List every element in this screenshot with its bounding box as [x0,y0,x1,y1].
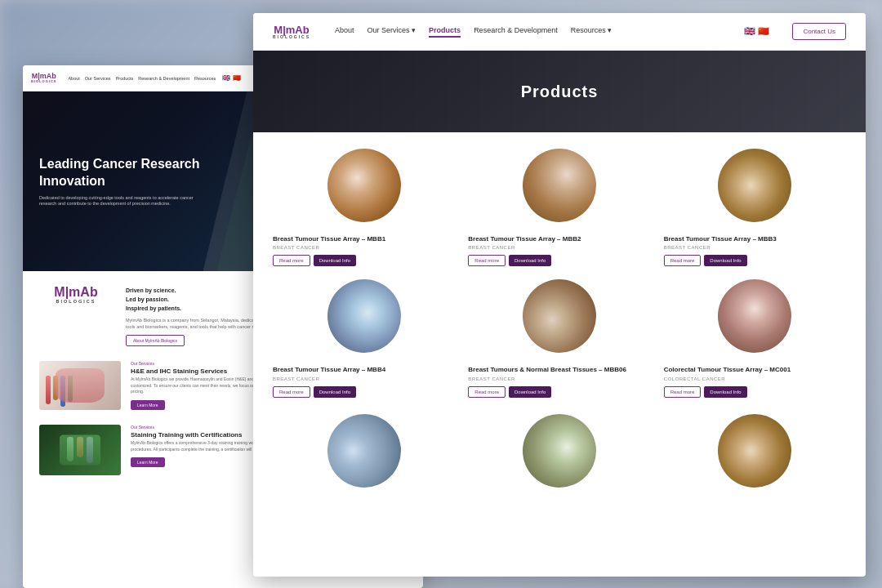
download-info-button-4[interactable]: Download Info [314,386,356,398]
product-category-3: BREAST CANCER [664,245,710,250]
products-grid: Breast Tumour Tissue Array – MBB1 BREAST… [253,132,866,414]
product-name-4: Breast Tumour Tissue Array – MBB4 [273,366,385,374]
product-image-4 [327,279,401,353]
right-contact-button[interactable]: Contact Us [792,23,846,40]
right-nav: M|mAb BIOLOGICS About Our Services ▾ Pro… [253,13,866,51]
download-info-button-5[interactable]: Download Info [509,386,551,398]
read-more-button-6[interactable]: Read more [664,386,702,398]
bottom-tissue-1 [327,414,401,488]
product-image-2 [523,149,596,222]
right-hero: Products [253,51,866,132]
right-browser-window: M|mAb BIOLOGICS About Our Services ▾ Pro… [253,13,866,577]
hero-subtitle: Dedicated to developing cutting-edge too… [39,194,203,207]
training-learn-button[interactable]: Learn More [131,457,165,467]
hero-text: Leading Cancer Research Innovation Dedic… [39,156,219,207]
product-name-3: Breast Tumour Tissue Array – MBB3 [664,235,777,243]
product-name-1: Breast Tumour Tissue Array – MBB1 [273,235,385,243]
product-name-2: Breast Tumour Tissue Array – MBB2 [468,235,581,243]
about-logo-area: M|mAb BIOLOGICS [39,286,113,305]
product-name-6: Colorectal Tumour Tissue Array – MC001 [664,366,791,374]
product-buttons-3: Read more Download Info [664,255,747,266]
product-image-5 [523,279,596,353]
product-buttons-4: Read more Download Info [273,386,356,398]
rw-nav-services[interactable]: Our Services ▾ [368,26,416,38]
left-nav-links: About Our Services Products Research & D… [68,76,216,81]
product-category-1: BREAST CANCER [273,245,319,250]
right-nav-links: About Our Services ▾ Products Research &… [335,26,612,38]
bottom-tissue-2 [523,414,596,488]
download-info-button-2[interactable]: Download Info [509,255,551,266]
bottom-image-2 [468,414,650,488]
product-category-6: COLORECTAL CANCER [664,376,726,381]
nav-about[interactable]: About [68,76,79,81]
read-more-button-5[interactable]: Read more [468,386,506,398]
download-info-button-1[interactable]: Download Info [314,255,356,266]
product-card-2: Breast Tumour Tissue Array – MBB2 BREAST… [468,149,650,266]
nav-products[interactable]: Products [116,76,134,81]
product-card-4: Breast Tumour Tissue Array – MBB4 BREAST… [273,279,455,397]
rw-nav-about[interactable]: About [335,26,354,38]
product-category-4: BREAST CANCER [273,376,319,381]
left-flags: 🇬🇧 🇨🇳 [222,74,240,82]
product-name-5: Breast Tumours & Normal Breast Tissues –… [468,366,626,374]
product-category-5: BREAST CANCER [468,376,514,381]
download-info-button-3[interactable]: Download Info [704,255,746,266]
nav-services[interactable]: Our Services [85,76,111,81]
read-more-button-4[interactable]: Read more [273,386,310,398]
about-button[interactable]: About MylmAb Biologics [126,335,185,346]
right-logo: M|mAb BIOLOGICS [273,24,310,39]
product-image-1 [327,149,401,222]
product-buttons-1: Read more Download Info [273,255,356,266]
right-logo-sub: BIOLOGICS [273,35,310,39]
read-more-button-1[interactable]: Read more [273,255,310,266]
product-card-6: Colorectal Tumour Tissue Array – MC001 C… [664,279,846,397]
rw-nav-rd[interactable]: Research & Development [474,26,558,38]
products-grid-bottom [253,414,866,496]
rw-nav-products[interactable]: Products [429,26,461,38]
product-category-2: BREAST CANCER [468,245,514,250]
bottom-image-3 [664,414,846,488]
product-card-3: Breast Tumour Tissue Array – MBB3 BREAST… [664,149,846,266]
download-info-button-6[interactable]: Download Info [704,386,746,398]
product-buttons-2: Read more Download Info [468,255,551,266]
hero-title: Leading Cancer Research Innovation [39,156,219,190]
read-more-button-3[interactable]: Read more [664,255,702,266]
about-logo: M|mAb BIOLOGICS [39,286,113,305]
bottom-image-1 [273,414,455,488]
services-image [39,361,121,410]
left-logo: M|mAb BIOLOGICS [31,73,56,83]
product-buttons-6: Read more Download Info [664,386,747,398]
nav-rd[interactable]: Research & Development [138,76,189,81]
bottom-tissue-3 [718,414,791,488]
product-image-3 [718,149,791,222]
right-flags: 🇬🇧 🇨🇳 [744,26,769,37]
product-card-5: Breast Tumours & Normal Breast Tissues –… [468,279,650,397]
product-image-6 [718,279,791,353]
read-more-button-2[interactable]: Read more [468,255,506,266]
product-buttons-5: Read more Download Info [468,386,551,398]
product-card-1: Breast Tumour Tissue Array – MBB1 BREAST… [273,149,455,266]
training-image [39,425,121,475]
nav-resources[interactable]: Resources [194,76,216,81]
services-learn-button[interactable]: Learn More [131,400,165,410]
rw-nav-resources[interactable]: Resources ▾ [571,26,612,38]
right-hero-title: Products [521,82,599,101]
